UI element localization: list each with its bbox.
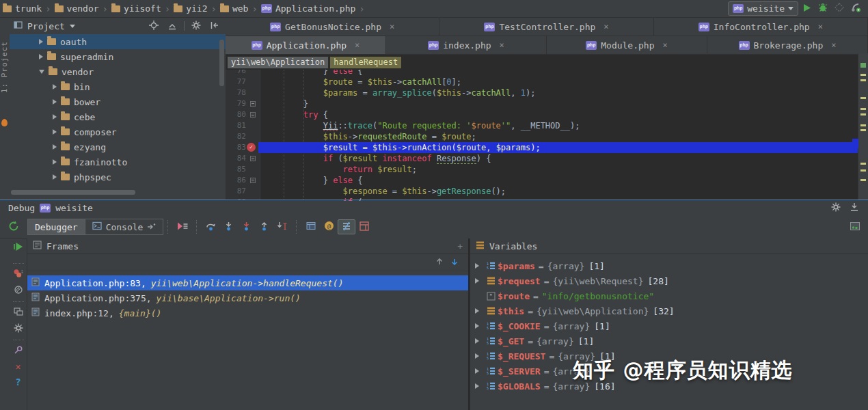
chevron-right-icon[interactable] <box>53 144 57 150</box>
editor-tab[interactable]: phpBrokerage.php× <box>707 36 868 54</box>
stack-frame-row[interactable]: Application.php:375, yii\base\Applicatio… <box>27 290 468 305</box>
project-settings-button[interactable] <box>189 19 203 33</box>
error-stripe[interactable] <box>858 53 868 200</box>
tree-item-fzaninotto[interactable]: fzaninotto <box>10 154 226 169</box>
close-icon[interactable]: × <box>831 40 836 50</box>
chevron-right-icon[interactable] <box>470 278 484 284</box>
tree-item-ezyang[interactable]: ezyang <box>10 139 226 154</box>
horizontal-scrollbar[interactable] <box>11 190 135 195</box>
variable-row-this[interactable]: $this={yii\web\Application}[32] <box>470 303 868 318</box>
evaluate-expression-button[interactable]: @ <box>320 219 338 234</box>
variable-row-route[interactable]: "$route="info/getbonusnotice" <box>470 288 868 303</box>
stack-frame-row[interactable]: Application.php:83, yii\web\Application-… <box>27 275 468 290</box>
resume-button[interactable] <box>14 242 23 254</box>
variable-row-_GET[interactable]: 15$_GET={array}[1] <box>470 333 868 348</box>
run-to-cursor-button[interactable] <box>273 219 291 234</box>
breadcrumb-item[interactable]: web <box>220 3 248 14</box>
tree-item-vendor[interactable]: vendor <box>10 64 226 79</box>
tree-item-bower[interactable]: bower <box>10 94 226 109</box>
variable-row-_COOKIE[interactable]: 15$_COOKIE={array}[1] <box>470 318 868 333</box>
debug-settings-button[interactable] <box>829 201 843 215</box>
debug-button[interactable] <box>815 1 831 16</box>
chevron-right-icon[interactable] <box>53 174 57 180</box>
editor-tab[interactable]: phpindex.php× <box>386 36 547 54</box>
hide-panel-button[interactable] <box>208 19 221 33</box>
force-step-into-button[interactable] <box>238 219 256 234</box>
vertical-scrollbar[interactable] <box>219 40 224 86</box>
chevron-right-icon[interactable] <box>53 114 57 120</box>
close-icon[interactable]: × <box>500 40 504 50</box>
next-frame-button[interactable] <box>450 258 459 268</box>
context-chip-class[interactable]: yii\web\Application <box>228 57 328 68</box>
stack-frame-row[interactable]: index.php:12, {main}() <box>27 305 468 320</box>
chevron-right-icon[interactable] <box>470 323 484 329</box>
rerun-button[interactable] <box>0 221 27 233</box>
code-editor[interactable]: 76 } else {77 $route = $this->catchAll[0… <box>226 70 868 201</box>
breadcrumb-item[interactable]: vendor <box>55 3 99 14</box>
chevron-right-icon[interactable] <box>53 84 57 90</box>
chevron-right-icon[interactable] <box>470 353 484 359</box>
tree-item-oauth[interactable]: oauth <box>10 34 226 49</box>
debug-tab-debugger[interactable]: Debugger <box>27 219 85 235</box>
chevron-right-icon[interactable] <box>39 54 43 59</box>
close-icon[interactable]: × <box>355 40 360 50</box>
tool-button-project[interactable]: 1: Project <box>0 41 9 93</box>
add-frame-filter[interactable]: + <box>457 241 463 251</box>
chevron-right-icon[interactable] <box>470 383 484 389</box>
step-out-button[interactable] <box>256 219 273 234</box>
breadcrumb-item[interactable]: yii2 <box>174 3 207 14</box>
variable-row-request[interactable]: $request={yii\web\Request}[28] <box>470 273 868 288</box>
chevron-right-icon[interactable] <box>39 39 43 44</box>
chevron-down-icon[interactable] <box>70 25 75 28</box>
close-icon[interactable]: × <box>663 40 668 50</box>
chevron-right-icon[interactable] <box>470 338 484 344</box>
close-button[interactable]: ✕ <box>16 361 21 372</box>
variable-row-params[interactable]: 15$params={array}[1] <box>470 258 868 273</box>
auto-variables-mode-button[interactable] <box>338 219 355 234</box>
editor-tab[interactable]: phpTestController.php× <box>439 18 653 36</box>
tree-item-bin[interactable]: bin <box>10 79 226 94</box>
chevron-right-icon[interactable] <box>53 99 57 105</box>
close-icon[interactable]: × <box>390 22 394 31</box>
chevron-right-icon[interactable] <box>53 129 57 135</box>
step-over-button[interactable] <box>202 219 220 234</box>
hide-debug-button[interactable] <box>847 201 861 215</box>
coverage-button[interactable] <box>831 1 847 16</box>
context-chip-method[interactable]: handleRequest <box>330 57 401 68</box>
listen-debug-button[interactable] <box>847 1 864 16</box>
run-configuration-select[interactable]: php weisite <box>728 1 798 16</box>
editor-tab[interactable]: phpGetBonusNotice.php× <box>226 18 439 36</box>
tree-item-superadmin[interactable]: superadmin <box>10 49 226 64</box>
tree-item-composer[interactable]: composer <box>10 124 226 139</box>
editor-tab[interactable]: phpModule.php× <box>547 36 707 54</box>
chevron-right-icon[interactable] <box>470 263 484 269</box>
mute-breakpoints-button[interactable] <box>14 285 23 297</box>
fold-marker-icon[interactable] <box>250 101 256 107</box>
step-into-button[interactable] <box>220 219 238 234</box>
chevron-down-icon[interactable] <box>39 70 44 74</box>
collapse-all-button[interactable] <box>165 19 179 33</box>
close-icon[interactable]: × <box>818 22 823 31</box>
view-breakpoints-button[interactable] <box>13 269 23 280</box>
chevron-right-icon[interactable] <box>470 368 484 374</box>
editor-tab[interactable]: phpApplication.php× <box>226 36 386 54</box>
breadcrumb-item[interactable]: phpApplication.php <box>261 3 355 14</box>
breadcrumb-item[interactable]: yiisoft <box>111 3 161 14</box>
locate-file-button[interactable] <box>147 19 161 33</box>
settings-button[interactable] <box>14 323 23 335</box>
fold-marker-icon[interactable] <box>250 112 256 118</box>
breadcrumb-item[interactable]: trunk <box>3 3 42 14</box>
debug-tab-console[interactable]: Console <box>85 219 164 235</box>
close-icon[interactable]: × <box>603 22 608 31</box>
tree-item-phpspec[interactable]: phpspec <box>10 169 226 184</box>
fold-marker-icon[interactable] <box>250 178 256 183</box>
restore-layout-button[interactable] <box>355 219 373 234</box>
run-button[interactable] <box>798 1 815 16</box>
project-title[interactable]: Project <box>27 21 65 31</box>
chevron-right-icon[interactable] <box>470 308 484 314</box>
restore-layout-button[interactable] <box>14 307 23 318</box>
previous-frame-button[interactable] <box>435 258 444 268</box>
tree-item-cebe[interactable]: cebe <box>10 109 226 124</box>
editor-tab[interactable]: phpInfoController.php× <box>654 18 868 36</box>
screenshot-button[interactable] <box>846 219 864 234</box>
